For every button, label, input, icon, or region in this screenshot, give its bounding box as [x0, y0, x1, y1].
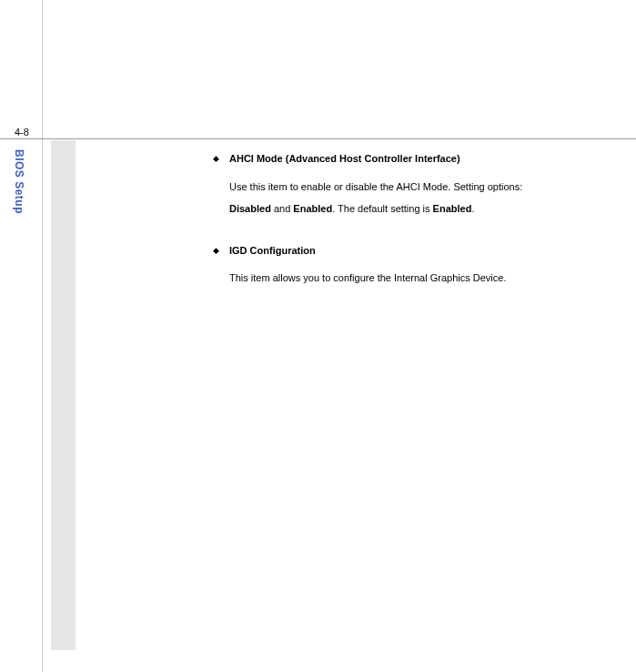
section-side-label: BIOS Setup [13, 149, 25, 214]
option-default: Enabled [433, 203, 472, 214]
bullet-title: AHCI Mode (Advanced Host Controller Inte… [229, 151, 636, 167]
vertical-divider [42, 0, 43, 672]
body-text: and [271, 203, 293, 214]
body-text: . [471, 203, 474, 214]
bullet-icon: ◆ [213, 153, 219, 166]
body-text: . The default setting is [332, 203, 432, 214]
bullet-icon: ◆ [213, 245, 219, 258]
horizontal-rule [0, 138, 636, 139]
bullet-item-igd: ◆ IGD Configuration This item allows you… [209, 243, 636, 290]
main-content: ◆ AHCI Mode (Advanced Host Controller In… [209, 151, 636, 306]
page-number: 4-8 [15, 127, 29, 137]
bullet-body: Use this item to enable or disable the A… [229, 176, 636, 219]
option-disabled: Disabled [229, 203, 271, 214]
bullet-body: This item allows you to configure the In… [229, 267, 636, 289]
option-enabled: Enabled [293, 203, 332, 214]
bullet-item-ahci: ◆ AHCI Mode (Advanced Host Controller In… [209, 151, 636, 219]
bullet-title: IGD Configuration [229, 243, 636, 259]
gray-side-column [51, 140, 76, 650]
body-text: Use this item to enable or disable the A… [229, 176, 522, 198]
